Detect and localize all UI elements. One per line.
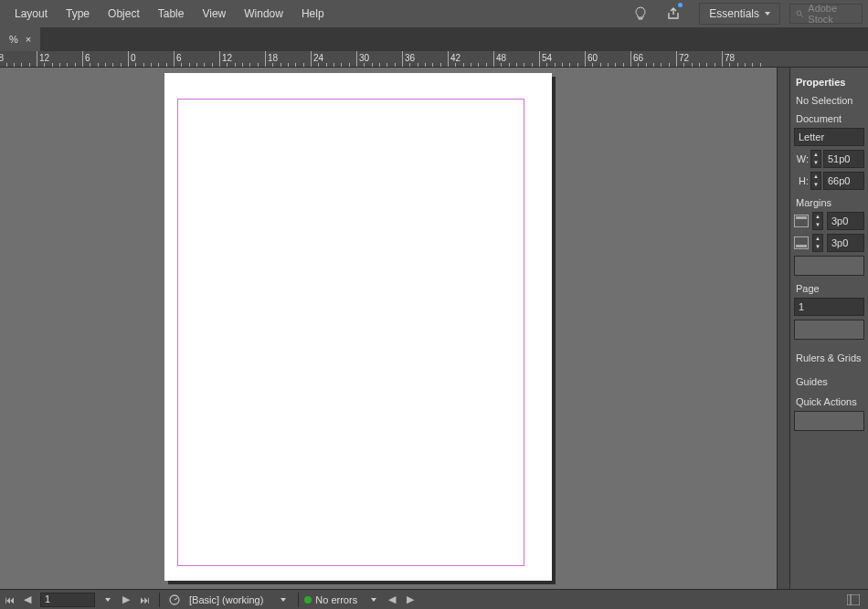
no-selection-label: No Selection [796, 95, 864, 106]
stock-placeholder: Adobe Stock [808, 3, 856, 25]
preflight-prev[interactable]: ◀ [385, 593, 399, 607]
preflight-next[interactable]: ▶ [403, 593, 418, 607]
properties-panel: Properties No Selection Document Letter … [789, 68, 868, 589]
ruler-tick: 6 [174, 51, 182, 68]
quick-actions-label: Quick Actions [796, 396, 864, 407]
ruler-tick: 48 [493, 51, 506, 68]
horizontal-ruler[interactable]: 1812606121824303642485460667278 [0, 51, 868, 68]
search-icon [796, 9, 804, 19]
chevron-down-icon [105, 598, 111, 602]
workspace-label: Essentials [709, 7, 759, 20]
panel-title: Properties [796, 77, 864, 88]
ruler-tick: 12 [219, 51, 232, 68]
ruler-tick: 72 [676, 51, 689, 68]
height-label: H: [794, 175, 809, 186]
width-label: W: [794, 153, 809, 164]
share-icon[interactable] [661, 1, 686, 26]
tab-close-icon[interactable]: × [26, 34, 31, 45]
last-page-button[interactable]: ⏭ [137, 593, 152, 607]
height-field[interactable]: 66p0 [823, 172, 864, 190]
tab-label: % [9, 34, 18, 45]
open-spread-icon[interactable] [167, 593, 182, 607]
ruler-tick: 12 [37, 51, 49, 68]
menu-type[interactable]: Type [57, 2, 99, 26]
page-number-field[interactable]: 1 [794, 298, 864, 316]
ruler-tick: 18 [0, 51, 4, 68]
svg-rect-2 [847, 594, 860, 605]
ruler-tick: 60 [585, 51, 598, 68]
page[interactable] [164, 73, 552, 581]
view-mode-toggle[interactable] [846, 593, 861, 607]
quick-action-button[interactable] [794, 411, 864, 431]
style-dropdown[interactable] [276, 593, 291, 607]
ruler-tick: 66 [630, 51, 643, 68]
chevron-down-icon [765, 12, 770, 16]
page-preset-field[interactable]: Letter [794, 128, 864, 146]
document-section-label: Document [796, 113, 864, 124]
menu-window[interactable]: Window [235, 2, 292, 26]
ruler-tick: 30 [356, 51, 369, 68]
page-nav-dropdown[interactable] [101, 593, 115, 607]
ruler-tick: 54 [539, 51, 552, 68]
first-page-button[interactable]: ⏮ [2, 593, 16, 607]
menu-object[interactable]: Object [99, 2, 149, 26]
menu-help[interactable]: Help [292, 2, 333, 26]
preflight-status[interactable]: No errors [315, 594, 357, 605]
ruler-tick: 36 [402, 51, 415, 68]
margins-more-button[interactable] [794, 256, 864, 276]
rulers-grids-label: Rulers & Grids [796, 352, 864, 363]
width-stepper[interactable]: ▲▼ [810, 150, 821, 168]
menu-view[interactable]: View [193, 2, 235, 26]
chevron-down-icon [371, 598, 376, 602]
ruler-tick: 78 [722, 51, 735, 68]
vertical-scrollbar[interactable] [777, 68, 789, 589]
app-menubar: Layout Type Object Table View Window Hel… [0, 0, 868, 27]
workspace-switcher[interactable]: Essentials [699, 3, 780, 25]
paragraph-style-label[interactable]: [Basic] (working) [189, 594, 263, 605]
ruler-tick: 0 [128, 51, 136, 68]
svg-point-0 [797, 11, 801, 16]
margin-bottom-icon [794, 236, 809, 249]
status-bar: ⏮ ◀ 1 ▶ ⏭ [Basic] (working) No errors ◀ … [0, 589, 868, 609]
preflight-ok-icon [304, 596, 312, 604]
page-section-label: Page [796, 283, 864, 294]
margin-bottom-stepper[interactable]: ▲▼ [812, 234, 823, 252]
page-nav-field[interactable]: 1 [40, 593, 95, 607]
ruler-tick: 42 [448, 51, 460, 68]
document-tab-strip: % × [0, 27, 868, 51]
chevron-down-icon [281, 598, 286, 602]
guides-label: Guides [796, 376, 864, 387]
menu-table[interactable]: Table [149, 2, 194, 26]
margin-top-stepper[interactable]: ▲▼ [812, 212, 823, 230]
menu-layout[interactable]: Layout [5, 2, 57, 26]
height-stepper[interactable]: ▲▼ [810, 172, 821, 190]
document-tab[interactable]: % × [0, 27, 40, 51]
main-menu: Layout Type Object Table View Window Hel… [5, 2, 333, 26]
svg-line-1 [800, 15, 803, 17]
ruler-tick: 24 [311, 51, 323, 68]
next-page-button[interactable]: ▶ [119, 593, 133, 607]
prev-page-button[interactable]: ◀ [20, 593, 35, 607]
margin-bottom-field[interactable]: 3p0 [827, 234, 864, 252]
margin-top-icon [794, 215, 809, 227]
margins-section-label: Margins [796, 197, 864, 208]
ruler-tick: 6 [82, 51, 90, 68]
ruler-tick: 18 [265, 51, 278, 68]
work-area: Properties No Selection Document Letter … [0, 68, 868, 589]
preflight-dropdown[interactable] [366, 593, 381, 607]
lightbulb-icon[interactable] [628, 1, 653, 26]
margin-top-field[interactable]: 3p0 [827, 212, 864, 230]
adobe-stock-search[interactable]: Adobe Stock [789, 4, 863, 24]
page-more-button[interactable] [794, 320, 864, 340]
canvas[interactable] [0, 68, 777, 589]
width-field[interactable]: 51p0 [823, 150, 864, 168]
page-margin-guide [177, 99, 524, 566]
notification-dot-icon [678, 3, 683, 7]
